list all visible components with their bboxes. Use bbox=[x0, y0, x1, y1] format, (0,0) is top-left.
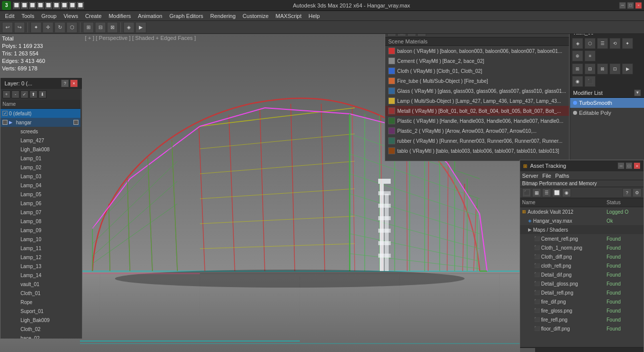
tb-icon-2[interactable]: ⬜ bbox=[21, 2, 28, 9]
asset-item[interactable]: ⬛Detail_refl.pngFound bbox=[520, 288, 644, 297]
rp-mode-11[interactable]: ⊡ bbox=[610, 63, 621, 74]
mat-item[interactable]: Cement ( VRayMtl ) [Bace_2, bace_02] bbox=[385, 56, 569, 66]
toolbar-render[interactable]: ▶ bbox=[135, 22, 146, 33]
asset-btn-4[interactable]: ⬜ bbox=[552, 188, 561, 197]
asset-menu-file[interactable]: File bbox=[542, 173, 551, 179]
layers-btn-5[interactable]: ⬇ bbox=[38, 90, 46, 98]
asset-item[interactable]: ◈Hangar_vray.maxOk bbox=[520, 216, 644, 225]
menu-graph-editors[interactable]: Graph Editors bbox=[166, 12, 206, 19]
tb-icon-4[interactable]: ⬜ bbox=[37, 2, 44, 9]
toolbar-select[interactable]: ✦ bbox=[30, 22, 41, 33]
rp-mode-1[interactable]: ◈ bbox=[572, 38, 583, 49]
mat-item[interactable]: Glass ( VRayMtl ) [glass, glass003, glas… bbox=[385, 86, 569, 96]
layer-item[interactable]: Suport_01 bbox=[0, 307, 80, 316]
menu-tools[interactable]: Tools bbox=[18, 12, 37, 19]
rp-mode-7[interactable]: ≡ bbox=[585, 50, 596, 61]
layer-dialog-help-btn[interactable]: ? bbox=[61, 79, 69, 87]
modifier-editable-poly[interactable]: Editable Poly bbox=[570, 108, 644, 118]
asset-btn-settings[interactable]: ⚙ bbox=[633, 188, 642, 197]
asset-scrollbar-thumb[interactable] bbox=[520, 348, 535, 352]
asset-item[interactable]: ⬛fire_refl.pngFound bbox=[520, 315, 644, 324]
asset-btn-3[interactable]: ☰ bbox=[542, 188, 551, 197]
tb-icon-5[interactable]: ⬜ bbox=[45, 2, 52, 9]
layer-item[interactable]: Rope bbox=[0, 298, 80, 307]
modifier-dropdown[interactable]: ▼ bbox=[634, 89, 641, 96]
rp-mode-9[interactable]: ⊟ bbox=[585, 63, 596, 74]
asset-item[interactable]: ⬛Cement_refl.pngFound bbox=[520, 234, 644, 243]
rp-mode-13[interactable]: ◉ bbox=[572, 76, 583, 87]
asset-close[interactable]: × bbox=[634, 162, 641, 169]
toolbar-snap[interactable]: ⊞ bbox=[83, 22, 94, 33]
asset-btn-1[interactable]: ⬛ bbox=[522, 188, 531, 197]
layer-item[interactable]: vault_01 bbox=[0, 280, 80, 289]
asset-btn-5[interactable]: ◉ bbox=[562, 188, 571, 197]
toolbar-redo[interactable]: ↪ bbox=[14, 22, 25, 33]
toolbar-material-editor[interactable]: ◈ bbox=[123, 22, 134, 33]
menu-edit[interactable]: Edit bbox=[2, 12, 17, 19]
asset-item[interactable]: ⬛fire_dif.pngFound bbox=[520, 297, 644, 306]
tb-icon-3[interactable]: ⬜ bbox=[29, 2, 36, 9]
asset-item[interactable]: ⬛Cloth_diff.pngFound bbox=[520, 252, 644, 261]
mat-item[interactable]: Metall ( VRayMtl ) [Bolt_01, bolt_02, Bo… bbox=[385, 106, 569, 116]
menu-customize[interactable]: Customize bbox=[240, 12, 272, 19]
toolbar-rotate[interactable]: ↻ bbox=[54, 22, 65, 33]
layer-item[interactable]: Lamp_10 bbox=[0, 235, 80, 244]
layer-item[interactable]: Ligh_Bak009 bbox=[0, 316, 80, 325]
mat-item[interactable]: rubber ( VRayMtl ) [Runner, Runner003, R… bbox=[385, 136, 569, 146]
rp-mode-4[interactable]: ⟲ bbox=[610, 38, 621, 49]
menu-rendering[interactable]: Rendering bbox=[207, 12, 239, 19]
layer-item[interactable]: Lamp_08 bbox=[0, 217, 80, 226]
layer-item[interactable]: Lamp_14 bbox=[0, 271, 80, 280]
layer-item[interactable]: bace_02 bbox=[0, 334, 80, 339]
asset-btn-help[interactable]: ? bbox=[623, 188, 632, 197]
toolbar-align[interactable]: ⊠ bbox=[107, 22, 118, 33]
asset-btn-2[interactable]: ▦ bbox=[532, 188, 541, 197]
tb-icon-9[interactable]: ⬜ bbox=[77, 2, 84, 9]
close-button[interactable]: × bbox=[635, 2, 642, 9]
rp-mode-5[interactable]: ✦ bbox=[622, 38, 633, 49]
layer-item[interactable]: Lamp_02 bbox=[0, 163, 80, 172]
rp-mode-10[interactable]: ⊠ bbox=[597, 63, 608, 74]
tb-icon-6[interactable]: ⬜ bbox=[53, 2, 60, 9]
mat-item[interactable]: baloon ( VRayMtl ) [baloon, baloon003, b… bbox=[385, 46, 569, 56]
asset-menu-paths[interactable]: Paths bbox=[555, 173, 569, 179]
layer-item[interactable]: Lamp_06 bbox=[0, 199, 80, 208]
mat-list[interactable]: baloon ( VRayMtl ) [baloon, baloon003, b… bbox=[385, 46, 569, 161]
layer-dialog-close-btn[interactable]: × bbox=[70, 79, 78, 87]
asset-scrollbar[interactable] bbox=[520, 347, 644, 352]
layers-list[interactable]: ✓0 (default)▶hangarscreedsLamp_427Ligh_B… bbox=[0, 109, 80, 339]
mat-item[interactable]: Cloth ( VRayMtl ) [Cloth_01, Cloth_02] bbox=[385, 66, 569, 76]
layer-item[interactable]: Lamp_13 bbox=[0, 262, 80, 271]
mat-item[interactable]: Lamp ( Multi/Sub-Object ) [Lamp_427, Lam… bbox=[385, 96, 569, 106]
asset-item[interactable]: ⬛cloth_refl.pngFound bbox=[520, 261, 644, 270]
toolbar-move[interactable]: ✛ bbox=[42, 22, 53, 33]
rp-mode-6[interactable]: ⊕ bbox=[572, 50, 583, 61]
rp-mode-12[interactable]: ▶ bbox=[622, 63, 633, 74]
layer-item[interactable]: Lamp_427 bbox=[0, 136, 80, 145]
toolbar-undo[interactable]: ↩ bbox=[2, 22, 13, 33]
layer-item[interactable]: Lamp_12 bbox=[0, 253, 80, 262]
asset-restore[interactable]: □ bbox=[626, 162, 633, 169]
asset-item[interactable]: ⬛Cloth_1_norm.pngFound bbox=[520, 243, 644, 252]
menu-views[interactable]: Views bbox=[60, 12, 81, 19]
mat-item[interactable]: Plastic_2 ( VRayMtl ) [Arrow, Arrow003, … bbox=[385, 126, 569, 136]
asset-item[interactable]: ▶Maps / Shaders bbox=[520, 225, 644, 234]
layer-item[interactable]: Lamp_04 bbox=[0, 181, 80, 190]
menu-group[interactable]: Group bbox=[38, 12, 60, 19]
toolbar-mirror[interactable]: ⊟ bbox=[95, 22, 106, 33]
asset-minimize[interactable]: ─ bbox=[618, 162, 625, 169]
layer-item[interactable]: Cloth_02 bbox=[0, 325, 80, 334]
menu-create[interactable]: Create bbox=[82, 12, 104, 19]
menu-maxscript[interactable]: MAXScript bbox=[273, 12, 305, 19]
layers-btn-1[interactable]: + bbox=[2, 90, 10, 98]
menu-animation[interactable]: Animation bbox=[135, 12, 165, 19]
menu-help[interactable]: Help bbox=[306, 12, 323, 19]
rp-mode-2[interactable]: ⬡ bbox=[585, 38, 596, 49]
layer-item[interactable]: Lamp_07 bbox=[0, 208, 80, 217]
asset-item[interactable]: ⬛floor_diff.pngFound bbox=[520, 324, 644, 333]
mat-item[interactable]: Fire_tube ( Multi/Sub-Object ) [Fire_tub… bbox=[385, 76, 569, 86]
layer-item[interactable]: Lamp_05 bbox=[0, 190, 80, 199]
tb-icon-8[interactable]: ⬜ bbox=[69, 2, 76, 9]
tb-icon-7[interactable]: ⬜ bbox=[61, 2, 68, 9]
layer-item[interactable]: Lamp_09 bbox=[0, 226, 80, 235]
